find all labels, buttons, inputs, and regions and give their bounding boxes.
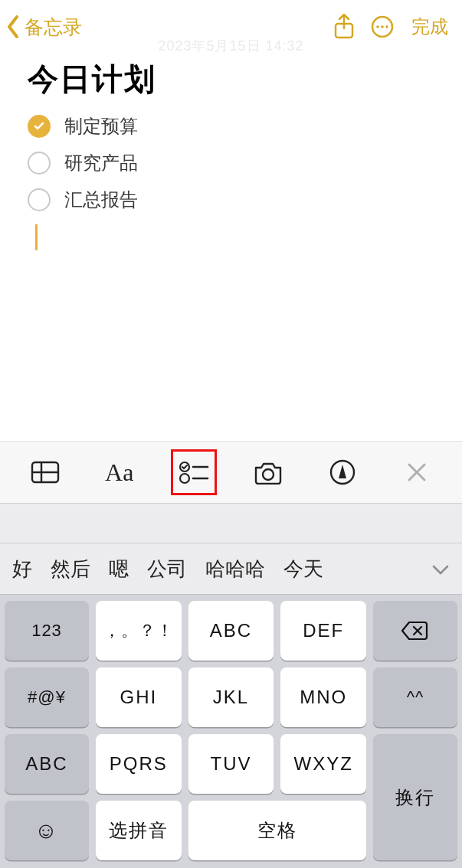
key-punct[interactable]: ，。？！ <box>96 601 182 661</box>
suggestion[interactable]: 然后 <box>51 556 90 582</box>
key-wxyz[interactable]: WXYZ <box>280 734 366 794</box>
camera-button[interactable] <box>245 449 291 495</box>
suggestion-bar: 好 然后 嗯 公司 哈哈哈 今天 <box>0 543 462 595</box>
chevron-down-icon <box>431 563 450 576</box>
checkbox-empty-icon[interactable] <box>28 152 51 175</box>
checklist-icon <box>179 460 209 485</box>
table-button[interactable] <box>22 449 68 495</box>
text-cursor <box>35 224 38 250</box>
suggestion[interactable]: 公司 <box>147 556 187 582</box>
suggestion[interactable]: 哈哈哈 <box>205 556 265 582</box>
more-button[interactable] <box>365 15 399 39</box>
chevron-left-icon <box>6 15 20 38</box>
todo-text[interactable]: 制定预算 <box>64 114 138 139</box>
share-button[interactable] <box>327 13 361 41</box>
suggestion-gap <box>0 504 462 543</box>
key-emoji[interactable]: ☺ <box>5 801 89 860</box>
suggestion[interactable]: 今天 <box>283 556 323 582</box>
svg-point-12 <box>263 469 274 480</box>
camera-icon <box>253 460 283 485</box>
key-tuv[interactable]: TUV <box>188 734 274 794</box>
text-format-button[interactable]: Aa <box>97 449 143 495</box>
back-label: 备忘录 <box>25 15 82 40</box>
note-body[interactable]: 今日计划 制定预算 研究产品 汇总报告 <box>0 54 462 250</box>
key-pqrs[interactable]: PQRS <box>96 734 182 794</box>
ellipsis-circle-icon <box>370 15 395 39</box>
done-button[interactable]: 完成 <box>411 15 448 39</box>
key-ghi[interactable]: GHI <box>96 667 182 727</box>
key-space[interactable]: 空格 <box>188 801 366 860</box>
key-def[interactable]: DEF <box>280 601 366 661</box>
markup-button[interactable] <box>319 449 365 495</box>
top-nav: 备忘录 完成 <box>0 0 462 54</box>
todo-item[interactable]: 汇总报告 <box>28 188 434 212</box>
suggestion[interactable]: 嗯 <box>109 556 129 582</box>
key-caret[interactable]: ^^ <box>373 667 457 727</box>
todo-text[interactable]: 研究产品 <box>64 151 138 175</box>
svg-point-3 <box>381 25 384 28</box>
key-return[interactable]: 换行 <box>373 734 457 860</box>
key-abc1[interactable]: ABC <box>188 601 274 661</box>
markup-icon <box>329 459 356 485</box>
key-mno[interactable]: MNO <box>280 667 366 727</box>
key-backspace[interactable] <box>373 601 457 661</box>
checkbox-empty-icon[interactable] <box>28 188 51 211</box>
close-toolbar-button[interactable] <box>394 449 440 495</box>
backspace-icon <box>401 621 429 641</box>
keyboard: 好 然后 嗯 公司 哈哈哈 今天 123 ，。？！ ABC DEF #@¥ GH… <box>0 504 462 868</box>
keypad: 123 ，。？！ ABC DEF #@¥ GHI JKL MNO ^^ ABC … <box>0 595 462 868</box>
close-icon <box>406 462 428 483</box>
back-button[interactable]: 备忘录 <box>6 15 82 40</box>
key-123[interactable]: 123 <box>5 601 89 661</box>
todo-text[interactable]: 汇总报告 <box>64 188 138 212</box>
checklist-button[interactable] <box>171 449 217 495</box>
svg-point-2 <box>376 25 379 28</box>
todo-item[interactable]: 研究产品 <box>28 151 434 175</box>
key-jkl[interactable]: JKL <box>188 667 274 727</box>
checkbox-checked-icon[interactable] <box>28 115 51 138</box>
share-icon <box>333 13 356 41</box>
note-title[interactable]: 今日计划 <box>28 58 434 100</box>
todo-item[interactable]: 制定预算 <box>28 114 434 139</box>
table-icon <box>31 461 60 484</box>
suggestion[interactable]: 好 <box>12 556 32 582</box>
format-toolbar: Aa <box>0 441 462 504</box>
svg-point-4 <box>385 25 388 28</box>
key-pinyin[interactable]: 选拼音 <box>96 801 182 860</box>
key-abc-mode[interactable]: ABC <box>5 734 89 794</box>
key-symbols[interactable]: #@¥ <box>5 667 89 727</box>
svg-point-10 <box>180 474 189 483</box>
expand-suggestions-button[interactable] <box>431 557 450 581</box>
